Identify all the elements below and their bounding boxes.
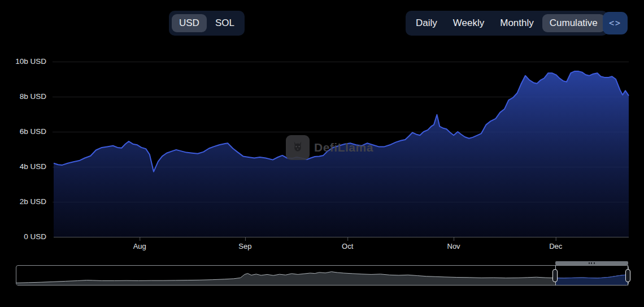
selection-right-handle[interactable] [625,269,630,282]
selection-drag-bar[interactable] [555,261,628,265]
defillama-chart-page: USD SOL Daily Weekly Monthly Cumulative … [0,0,644,307]
x-axis-tick-label: Nov [437,242,471,250]
y-axis-tick-label: 8b USD [0,92,46,101]
selection-left-handle[interactable] [552,269,558,282]
x-axis-tick-label: Oct [330,242,364,250]
y-axis-tick-label: 4b USD [0,162,46,171]
nav-area-fill [16,272,628,285]
area-fill [54,71,629,237]
navigator-mini-chart[interactable] [16,266,628,285]
x-axis-tick-label: Dec [539,242,573,250]
y-axis-tick-label: 6b USD [0,127,46,136]
main-area-chart[interactable] [0,0,644,307]
timeline-navigator[interactable] [16,265,629,286]
grip-dots-icon [589,262,595,264]
x-axis-tick-label: Sep [228,242,262,250]
y-axis-tick-label: 10b USD [0,57,46,66]
x-axis-tick-label: Aug [123,242,156,250]
y-axis-tick-label: 0 USD [0,232,46,241]
y-axis-tick-label: 2b USD [0,197,46,206]
